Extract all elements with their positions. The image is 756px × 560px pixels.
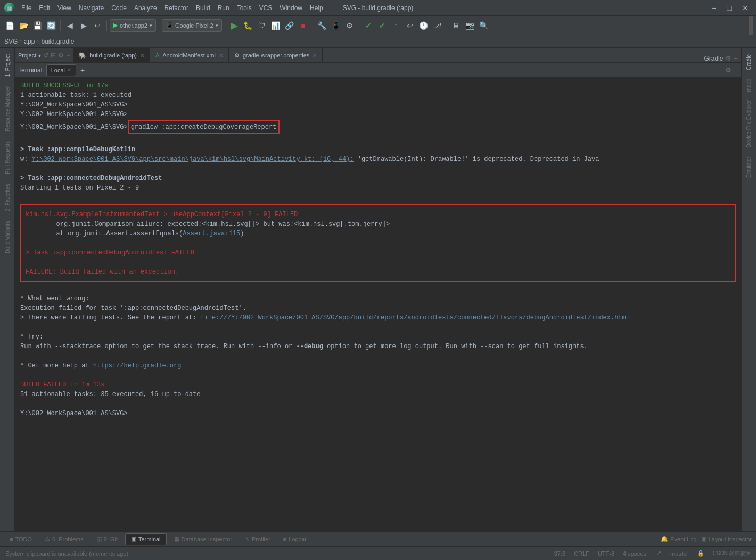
forward-button[interactable]: ▶ [77, 19, 90, 32]
run-button[interactable]: ▶ [228, 19, 241, 32]
report-link[interactable]: file:///Y:/002_WorkSpace/001_AS/SVG/app/… [200, 314, 630, 322]
bottom-tab-profiler[interactable]: ∿ Profiler [240, 533, 276, 545]
maximize-button[interactable]: □ [724, 3, 735, 13]
status-position[interactable]: 37:6 [554, 550, 565, 557]
sidebar-item-pull-requests[interactable]: Pull Requests [2, 137, 13, 178]
menu-vcs[interactable]: VCS [256, 3, 276, 13]
settings-button[interactable]: ⚙ [343, 19, 356, 32]
terminal-execution-failed: Execution failed for task ':app:connecte… [20, 303, 736, 313]
breadcrumb-file[interactable]: build.gradle [41, 38, 74, 45]
sdk-manager-button[interactable]: 🔧 [316, 19, 328, 32]
terminal-content[interactable]: BUILD SUCCESSFUL in 17s 1 actionable tas… [15, 78, 741, 531]
bottom-tab-database-inspector[interactable]: ▦ Database Inspector [169, 533, 237, 545]
sidebar-right-gradle[interactable]: Gradle [744, 50, 754, 75]
status-encoding[interactable]: UTF-8 [598, 550, 614, 557]
status-vcs-branch[interactable]: master [670, 550, 688, 557]
project-dropdown-icon[interactable]: ▾ [38, 53, 41, 59]
assert-link[interactable]: Assert.java:115 [183, 230, 240, 237]
stop-button[interactable]: ■ [297, 19, 310, 32]
new-file-button[interactable]: 📄 [3, 19, 16, 32]
menu-tools[interactable]: Tools [234, 3, 255, 13]
event-log-button[interactable]: 🔔 Event Log [661, 536, 697, 542]
menu-run[interactable]: Run [215, 3, 233, 13]
bottom-tab-terminal[interactable]: ▣ Terminal [125, 533, 167, 545]
avd-manager-button[interactable]: 📱 [330, 19, 342, 32]
attach-debugger-button[interactable]: 🔗 [283, 19, 296, 32]
project-label[interactable]: Project [18, 52, 36, 59]
breadcrumb-app[interactable]: app [24, 38, 35, 45]
editor-minimize-icon[interactable]: − [734, 54, 738, 62]
terminal-line-spacer9 [20, 370, 736, 380]
bottom-tab-todo[interactable]: ≡ TODO [4, 533, 37, 545]
menu-file[interactable]: File [18, 3, 35, 13]
close-button[interactable]: ✕ [739, 3, 752, 13]
bottom-tab-git[interactable]: ◱ 9: Git [91, 533, 123, 545]
terminal-tab-local-close[interactable]: ✕ [67, 67, 71, 73]
open-file-button[interactable]: 📂 [17, 19, 30, 32]
debug-button[interactable]: 🐛 [242, 19, 254, 32]
gradle-panel-label[interactable]: Gradle [704, 55, 723, 62]
menu-code[interactable]: Code [108, 3, 130, 13]
menu-view[interactable]: View [54, 3, 75, 13]
terminal-minimize-icon[interactable]: − [734, 66, 738, 74]
terminal-settings-icon[interactable]: ⚙ [725, 66, 732, 74]
menu-edit[interactable]: Edit [36, 3, 53, 13]
save-file-button[interactable]: 💾 [31, 19, 44, 32]
menu-help[interactable]: Help [307, 3, 326, 13]
vcs-rollback-button[interactable]: ↩ [404, 19, 416, 32]
sidebar-item-resource-manager[interactable]: Resource Manager [2, 82, 13, 136]
tab-build-gradle-close[interactable]: ✕ [140, 53, 144, 59]
sidebar-right-make[interactable]: make [744, 75, 754, 96]
vcs-branches-button[interactable]: ⎇ [431, 19, 444, 32]
status-indent[interactable]: 4 spaces [623, 550, 646, 557]
sidebar-item-build-variants[interactable]: Build Variants [2, 217, 13, 258]
vcs-history-button[interactable]: 🕐 [417, 19, 430, 32]
terminal-tab-local[interactable]: Local ✕ [46, 64, 76, 76]
status-line-ending[interactable]: CRLF [574, 550, 589, 557]
project-close-icon[interactable]: − [66, 52, 70, 59]
warning-link[interactable]: Y:\002_WorkSpace\001_AS\SVG\app\src\main… [32, 155, 354, 163]
gradle-help-link[interactable]: https://help.gradle.org [93, 362, 182, 369]
menu-build[interactable]: Build [193, 3, 213, 13]
terminal-line-spacer8 [20, 351, 736, 361]
device-mirror-button[interactable]: 🖥 [450, 19, 463, 32]
device-selector[interactable]: 📱 Google Pixel 2 ▾ [162, 19, 222, 32]
terminal-line-connected-task: > Task :app:connectedDebugAndroidTest [20, 174, 736, 183]
breadcrumb-svg[interactable]: SVG [4, 38, 18, 45]
layout-inspector-button[interactable]: ▣ Layout Inspector [701, 536, 752, 542]
screenshot-button[interactable]: 📷 [464, 19, 476, 32]
sidebar-right-emulator[interactable]: Emulator [744, 152, 754, 182]
bottom-tab-logcat[interactable]: ≡ Logcat [278, 533, 311, 545]
vcs-update-button[interactable]: ✔ [362, 19, 375, 32]
tab-android-manifest-close[interactable]: ✕ [219, 53, 223, 59]
bottom-tab-problems[interactable]: ⚠ 6: Problems [39, 533, 89, 545]
recent-files-button[interactable]: ↩ [91, 19, 104, 32]
search-everywhere-button[interactable]: 🔍 [478, 19, 490, 32]
tab-android-manifest[interactable]: A AndroidManifest.xml ✕ [150, 48, 229, 62]
sidebar-item-project[interactable]: 1: Project [2, 50, 13, 81]
toolbar-resizer[interactable] [749, 16, 753, 35]
app-selector[interactable]: ▶ other.app2 ▾ [110, 19, 156, 32]
sidebar-item-favorites[interactable]: 2: Favorites [2, 179, 13, 216]
vcs-commit-button[interactable]: ✔ [376, 19, 389, 32]
menu-navigate[interactable]: Navigate [76, 3, 107, 13]
terminal-task-failed: > Task :app:connectedDebugAndroidTest FA… [26, 248, 730, 258]
terminal-add-tab[interactable]: + [78, 66, 87, 75]
vcs-push-button[interactable]: ↑ [390, 19, 402, 32]
sync-button[interactable]: 🔄 [45, 19, 57, 32]
back-button[interactable]: ◀ [63, 19, 76, 32]
tab-gradle-wrapper[interactable]: ⚙ gradle-wrapper.properties ✕ [229, 48, 323, 62]
menu-refactor[interactable]: Refactor [161, 3, 192, 13]
sync-project-icon[interactable]: ↺ [43, 52, 48, 59]
menu-analyze[interactable]: Analyze [131, 3, 160, 13]
run-with-coverage-button[interactable]: 🛡 [256, 19, 268, 32]
tab-gradle-wrapper-close[interactable]: ✕ [313, 53, 317, 59]
collapse-all-icon[interactable]: ⊟ [51, 52, 56, 59]
menu-window[interactable]: Window [276, 3, 306, 13]
minimize-button[interactable]: − [709, 3, 719, 13]
editor-settings-icon[interactable]: ⚙ [725, 54, 732, 62]
profile-button[interactable]: 📊 [269, 19, 282, 32]
tab-build-gradle[interactable]: 🐘 build.gradle (:app) ✕ [73, 48, 150, 62]
sidebar-right-device-file-explorer[interactable]: Device File Explorer [744, 96, 754, 152]
project-settings-icon[interactable]: ⚙ [58, 52, 64, 59]
